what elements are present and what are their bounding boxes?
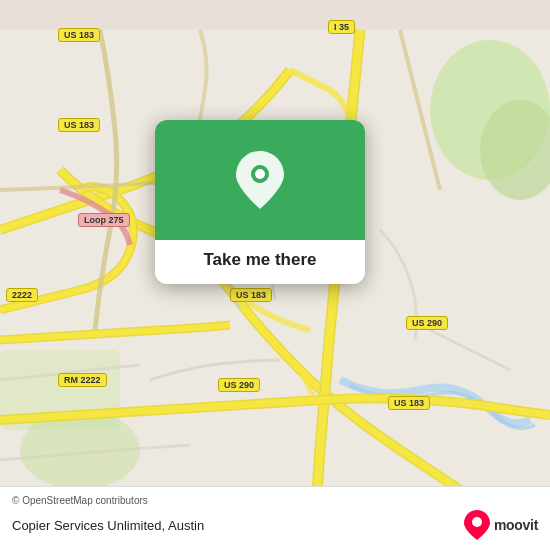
moovit-text: moovit	[494, 517, 538, 533]
road-badge-us183-top: US 183	[58, 28, 100, 42]
location-pin-icon	[236, 151, 284, 209]
road-badge-loop275: Loop 275	[78, 213, 130, 227]
road-badge-us183-mid: US 183	[58, 118, 100, 132]
moovit-pin-icon	[464, 510, 490, 540]
bottom-bar: © OpenStreetMap contributors Copier Serv…	[0, 486, 550, 550]
svg-point-7	[472, 517, 482, 527]
moovit-logo: moovit	[464, 510, 538, 540]
popup-label-area[interactable]: Take me there	[155, 240, 365, 284]
road-badge-us183-lower: US 183	[230, 288, 272, 302]
bottom-info: Copier Services Unlimited, Austin moovit	[12, 510, 538, 540]
popup-green-area	[155, 120, 365, 240]
road-badge-i35: I 35	[328, 20, 355, 34]
attribution-text: © OpenStreetMap contributors	[12, 495, 538, 506]
take-me-there-button[interactable]: Take me there	[203, 250, 316, 269]
road-badge-us183-bottom: US 183	[388, 396, 430, 410]
road-badge-rm2222: RM 2222	[58, 373, 107, 387]
road-badge-2222: 2222	[6, 288, 38, 302]
road-badge-us290-lower: US 290	[218, 378, 260, 392]
popup-card[interactable]: Take me there	[155, 120, 365, 284]
map-container: US 183 US 183 I 35 Loop 275 US 183 US 29…	[0, 0, 550, 550]
road-badge-us290-right: US 290	[406, 316, 448, 330]
place-name: Copier Services Unlimited, Austin	[12, 518, 204, 533]
svg-point-6	[255, 169, 265, 179]
